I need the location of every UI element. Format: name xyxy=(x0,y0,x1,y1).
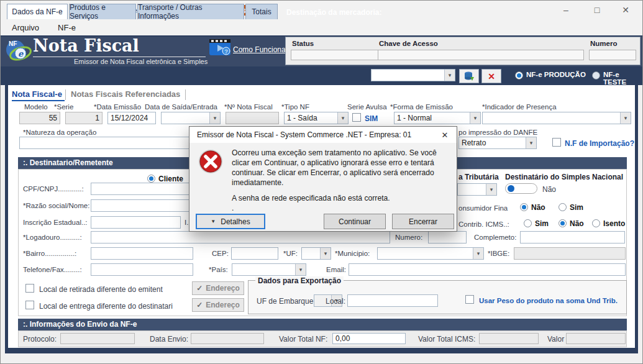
simples-label: Destinatário do Simples Nacional xyxy=(505,173,623,181)
tab-nota-fiscal-e[interactable]: Nota Fiscal-e xyxy=(12,89,65,101)
chevron-down-icon[interactable]: ▾ xyxy=(526,137,536,148)
tipo-nf-label: *Tipo NF xyxy=(281,103,309,111)
radio-cliente[interactable] xyxy=(147,175,155,183)
endereco-entrega-button[interactable]: ✓ Endereço xyxy=(192,298,244,312)
numero-field-input[interactable] xyxy=(428,231,467,243)
usar-peso-label[interactable]: Usar Peso do produto na soma Und Trib. xyxy=(479,297,618,304)
inscricao-input[interactable] xyxy=(91,216,181,229)
chevron-down-icon[interactable]: ▾ xyxy=(470,112,480,124)
dialog-dot: . xyxy=(232,203,450,213)
radio-nfe-teste-label[interactable]: NF-e TESTE xyxy=(603,71,642,86)
detalhes-button[interactable]: ▼ Detalhes xyxy=(196,214,265,229)
radio-contrib-isento-label[interactable]: Isento xyxy=(603,219,625,228)
retirada-checkbox[interactable] xyxy=(25,284,34,293)
menubar: Arquivo NF-e xyxy=(1,19,642,35)
municipio-combo[interactable]: ▾ xyxy=(377,247,484,260)
email-input[interactable] xyxy=(349,263,626,276)
forma-emissao-combo[interactable]: 1 - Normal ▾ xyxy=(394,112,481,124)
radio-cliente-label[interactable]: Cliente xyxy=(158,175,183,183)
protocolo-label: Protocolo: xyxy=(23,335,57,344)
check-icon: ✓ xyxy=(196,284,203,293)
clear-button[interactable]: ✕ xyxy=(481,69,501,83)
menu-arquivo[interactable]: Arquivo xyxy=(4,20,47,35)
serie-avulsa-sim-label[interactable]: SIM xyxy=(365,114,378,123)
chevron-down-icon[interactable]: ▾ xyxy=(620,112,631,124)
save-db-button[interactable] xyxy=(459,69,479,83)
indicador-combo[interactable]: ▾ xyxy=(482,112,631,124)
radio-consumidor-nao-label[interactable]: Não xyxy=(531,203,545,212)
numero-input[interactable] xyxy=(589,50,636,60)
minimize-button[interactable]: – xyxy=(552,1,580,19)
danfe-combo[interactable]: Retrato ▾ xyxy=(458,137,537,149)
radio-consumidor-nao[interactable] xyxy=(520,203,528,211)
radio-consumidor-sim-label[interactable]: Sim xyxy=(570,203,583,212)
como-funciona-link[interactable]: Como Funciona? xyxy=(233,45,290,54)
radio-nfe-teste[interactable] xyxy=(592,71,600,80)
chevron-down-icon[interactable]: ▾ xyxy=(444,70,455,81)
radio-contrib-nao-label[interactable]: Não xyxy=(570,219,584,228)
close-button[interactable]: ✕ xyxy=(611,1,640,19)
valor-nf-label: Valor Total NF: xyxy=(279,335,327,344)
chevron-down-icon[interactable]: ▾ xyxy=(473,248,483,259)
menu-nfe[interactable]: NF-e xyxy=(50,20,83,35)
logadouro-input[interactable] xyxy=(91,231,390,243)
valor-icms-label: Valor Total ICMS: xyxy=(418,335,475,344)
chevron-down-icon[interactable]: ▾ xyxy=(486,184,496,195)
chevron-down-icon[interactable]: ▾ xyxy=(209,112,220,124)
cep-label: CEP: xyxy=(212,250,229,257)
radio-nfe-producao[interactable] xyxy=(515,71,523,80)
tributaria-combo[interactable]: ▾ xyxy=(457,183,497,196)
nf-importacao-label[interactable]: N.F de Importação? xyxy=(565,139,634,148)
usar-peso-checkbox[interactable] xyxy=(465,295,474,304)
status-input[interactable] xyxy=(291,50,379,60)
simples-toggle[interactable] xyxy=(505,183,537,194)
nf-importacao-checkbox[interactable] xyxy=(552,138,561,147)
protocolo-input xyxy=(60,333,135,344)
retirada-label[interactable]: Local de retirada diferente do emitent xyxy=(39,285,163,294)
radio-contrib-sim-label[interactable]: Sim xyxy=(535,219,549,228)
tab-notas-referenciadas[interactable]: Notas Fiscais Referenciadas xyxy=(65,89,186,100)
tab-dados-nfe[interactable]: Dados da NF-e xyxy=(7,4,68,19)
error-dialog: Emissor de Nota Fiscal - System Commerce… xyxy=(189,126,457,232)
entrega-checkbox[interactable] xyxy=(25,301,34,309)
serie-avulsa-checkbox[interactable] xyxy=(352,113,361,122)
pais-combo[interactable]: ▾ xyxy=(232,263,306,276)
telefone-input[interactable] xyxy=(91,263,193,276)
data-emissao-input[interactable] xyxy=(107,112,156,124)
forma-emissao-label: *Forma de Emissão xyxy=(390,103,453,111)
bairro-input[interactable] xyxy=(91,247,193,260)
dialog-message-block: Ocorreu uma exceção sem tratamento no ap… xyxy=(232,148,450,213)
complemento-input[interactable] xyxy=(520,231,625,243)
radio-contrib-isento[interactable] xyxy=(592,219,600,227)
natureza-label: *Natureza da operação xyxy=(23,129,96,136)
chevron-down-icon[interactable]: ▾ xyxy=(337,112,348,124)
uf-combo[interactable]: ▾ xyxy=(301,247,331,260)
continuar-button[interactable]: Continuar xyxy=(324,214,386,229)
data-saida-combo[interactable]: ▾ xyxy=(161,112,221,124)
tab-totais[interactable]: Totais xyxy=(245,4,278,19)
encerrar-button[interactable]: Encerrar xyxy=(392,214,454,229)
maximize-button[interactable]: □ xyxy=(583,1,611,19)
local-input[interactable] xyxy=(347,294,438,307)
serie-label: *Serie xyxy=(54,103,73,111)
endereco-retirada-button[interactable]: ✓ Endereço xyxy=(192,281,244,295)
svg-text:e: e xyxy=(18,49,24,58)
cpf-label: CPF/CNPJ............: xyxy=(23,185,84,193)
entrega-label[interactable]: Local de entrega diferente do destinatar… xyxy=(39,302,173,311)
chave-label: Chave de Acesso xyxy=(379,40,438,47)
serie-input[interactable] xyxy=(65,112,103,124)
chave-input[interactable] xyxy=(378,50,584,60)
radio-contrib-nao[interactable] xyxy=(559,219,567,227)
chevron-down-icon[interactable]: ▾ xyxy=(295,264,306,275)
chevron-down-icon[interactable]: ▾ xyxy=(320,248,331,259)
dialog-close-button[interactable]: ✕ xyxy=(438,129,452,140)
tab-produtos[interactable]: Produtos e Serviços xyxy=(69,4,136,19)
radio-nfe-producao-label[interactable]: NF-e PRODUÇÃO xyxy=(526,71,586,78)
radio-contrib-sim[interactable] xyxy=(524,219,532,227)
tipo-nf-combo[interactable]: 1 - Saída ▾ xyxy=(284,112,349,124)
cep-input[interactable] xyxy=(231,247,278,260)
video-icon[interactable]: ? xyxy=(209,39,230,55)
radio-consumidor-sim[interactable] xyxy=(559,203,567,211)
destinacao-combo[interactable]: ▾ xyxy=(371,69,455,81)
tab-transporte[interactable]: Transporte / Outras Informações xyxy=(137,4,244,19)
